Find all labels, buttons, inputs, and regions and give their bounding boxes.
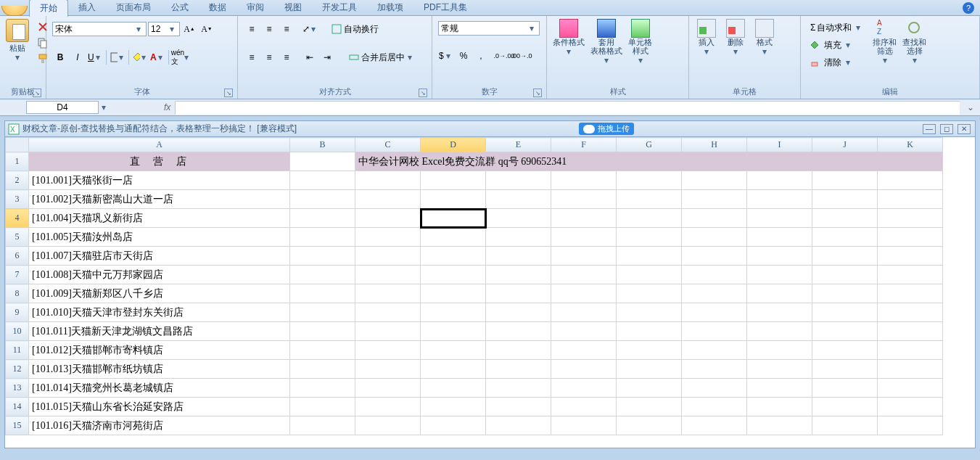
help-icon[interactable]: ? [963, 2, 974, 14]
cell-J3[interactable] [812, 190, 878, 209]
cell-B6[interactable] [290, 247, 355, 266]
cell-styles-button[interactable]: 单元格 样式▾ [625, 17, 655, 67]
sort-filter-button[interactable]: 排序和 筛选▾ [870, 17, 899, 67]
cell-G7[interactable] [617, 266, 682, 284]
maximize-button[interactable]: ◻ [940, 124, 953, 134]
cell-E10[interactable] [486, 322, 551, 341]
insert-button[interactable]: 插入▾ [692, 17, 721, 58]
cell-K3[interactable] [878, 190, 943, 209]
row-header-4[interactable]: 4 [6, 209, 29, 228]
comma-button[interactable]: , [473, 48, 489, 64]
cell-F7[interactable] [551, 266, 617, 284]
cell-C12[interactable] [355, 360, 421, 379]
cell-A9[interactable]: [101.010]天猫天津市登封东关街店 [29, 303, 290, 322]
paste-button[interactable]: 粘贴 ▾ [3, 17, 32, 64]
cell-C9[interactable] [355, 303, 421, 322]
cell-A6[interactable]: [101.007]天猫驻店市天街店 [29, 247, 290, 266]
cell-D12[interactable] [421, 360, 486, 379]
cell-J14[interactable] [812, 398, 878, 416]
cell-B13[interactable] [290, 379, 355, 398]
row-header-2[interactable]: 2 [6, 171, 29, 190]
cell-K9[interactable] [878, 303, 943, 322]
cell-D3[interactable] [421, 190, 486, 209]
cell-H9[interactable] [682, 303, 747, 322]
dialog-launcher-icon[interactable]: ↘ [224, 89, 233, 97]
cell-C7[interactable] [355, 266, 421, 284]
cell-G12[interactable] [617, 360, 682, 379]
cell-D8[interactable] [421, 284, 486, 303]
col-header-B[interactable]: B [290, 138, 355, 152]
cell-C1-merged[interactable]: 中华会计网校 Excel免费交流群 qq号 690652341 [355, 152, 943, 171]
tab-2[interactable]: 页面布局 [106, 0, 161, 17]
row-header-10[interactable]: 10 [6, 322, 29, 341]
col-header-E[interactable]: E [486, 138, 551, 152]
cell-G5[interactable] [617, 228, 682, 247]
cell-A5[interactable]: [101.005]天猫汝州岛店 [29, 228, 290, 247]
cell-F3[interactable] [551, 190, 617, 209]
cell-H15[interactable] [682, 416, 747, 435]
cell-I11[interactable] [747, 341, 812, 360]
cell-D2[interactable] [421, 171, 486, 190]
chevron-down-icon[interactable]: ▾ [12, 52, 22, 62]
dialog-launcher-icon[interactable]: ↘ [33, 89, 41, 97]
cell-C4[interactable] [355, 209, 421, 228]
cell-C11[interactable] [355, 341, 421, 360]
increase-decimal-button[interactable]: .0→.00 [496, 48, 512, 64]
decrease-font-button[interactable]: A▼ [199, 21, 215, 37]
tab-5[interactable]: 审阅 [236, 0, 274, 17]
row-header-8[interactable]: 8 [6, 284, 29, 303]
cell-I13[interactable] [747, 379, 812, 398]
find-select-button[interactable]: 查找和 选择▾ [899, 17, 929, 67]
cell-H12[interactable] [682, 360, 747, 379]
cell-A3[interactable]: [101.002]天猫新密嵩山大道一店 [29, 190, 290, 209]
cell-E15[interactable] [486, 416, 551, 435]
conditional-format-button[interactable]: 条件格式▾ [550, 17, 588, 58]
cell-K14[interactable] [878, 398, 943, 416]
cell-G3[interactable] [617, 190, 682, 209]
cell-A8[interactable]: [101.009]天猫新郑区八千乡店 [29, 284, 290, 303]
cell-D15[interactable] [421, 416, 486, 435]
row-header-14[interactable]: 14 [6, 398, 29, 416]
cell-H10[interactable] [682, 322, 747, 341]
cell-H3[interactable] [682, 190, 747, 209]
cell-H8[interactable] [682, 284, 747, 303]
cell-K4[interactable] [878, 209, 943, 228]
cell-H4[interactable] [682, 209, 747, 228]
cell-K8[interactable] [878, 284, 943, 303]
cell-B10[interactable] [290, 322, 355, 341]
cell-B2[interactable] [290, 171, 355, 190]
cell-K6[interactable] [878, 247, 943, 266]
cell-K7[interactable] [878, 266, 943, 284]
cell-A7[interactable]: [101.008]天猫中元万邦家园店 [29, 266, 290, 284]
cell-I10[interactable] [747, 322, 812, 341]
cell-E4[interactable] [486, 209, 551, 228]
cell-B12[interactable] [290, 360, 355, 379]
cell-G2[interactable] [617, 171, 682, 190]
cell-J11[interactable] [812, 341, 878, 360]
cell-I5[interactable] [747, 228, 812, 247]
cell-B14[interactable] [290, 398, 355, 416]
cell-J2[interactable] [812, 171, 878, 190]
align-left-button[interactable]: ≡ [244, 49, 260, 65]
cell-H7[interactable] [682, 266, 747, 284]
cell-A2[interactable]: [101.001]天猫张街一店 [29, 171, 290, 190]
cell-A10[interactable]: [101.011]天猫新天津龙湖镇文昌路店 [29, 322, 290, 341]
tab-7[interactable]: 开发工具 [312, 0, 367, 17]
font-size-combo[interactable]: 12▾ [148, 22, 180, 36]
cell-G14[interactable] [617, 398, 682, 416]
autosum-button[interactable]: Σ 自动求和▾ [807, 20, 867, 36]
cell-C15[interactable] [355, 416, 421, 435]
cell-F12[interactable] [551, 360, 617, 379]
cell-E13[interactable] [486, 379, 551, 398]
tab-6[interactable]: 视图 [274, 0, 312, 17]
cell-E3[interactable] [486, 190, 551, 209]
tab-3[interactable]: 公式 [161, 0, 199, 17]
cell-B3[interactable] [290, 190, 355, 209]
cell-A4[interactable]: [101.004]天猫巩义新街店 [29, 209, 290, 228]
fill-color-button[interactable]: ▾ [132, 49, 148, 65]
cell-E2[interactable] [486, 171, 551, 190]
cell-I2[interactable] [747, 171, 812, 190]
orientation-button[interactable]: ⤢▾ [302, 21, 318, 37]
col-header-D[interactable]: D [421, 138, 486, 152]
cell-B15[interactable] [290, 416, 355, 435]
